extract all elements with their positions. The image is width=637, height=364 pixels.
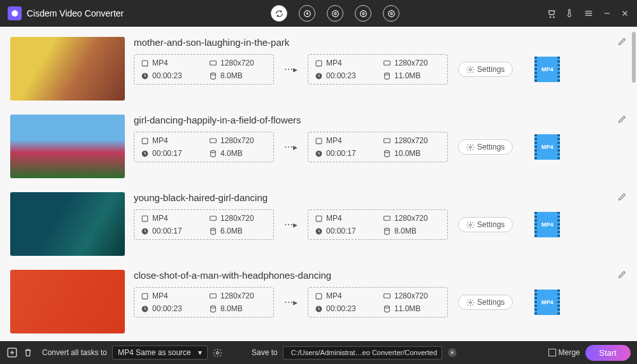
app-logo: ⬢ — [8, 6, 22, 20]
svg-rect-47 — [316, 293, 322, 299]
window-controls — [547, 8, 629, 18]
edit-pencil-icon[interactable] — [617, 192, 627, 204]
svg-point-23 — [385, 73, 390, 74]
arrow-icon: ⋯▸ — [284, 220, 297, 230]
svg-point-6 — [390, 12, 392, 14]
add-task-button[interactable] — [6, 347, 18, 358]
source-info-box: MP4 1280x720 00:00:17 6.0MB — [134, 209, 274, 240]
merge-checkbox[interactable]: Merge — [548, 348, 580, 357]
svg-rect-16 — [142, 60, 148, 66]
task-row: young-black-haired-girl-dancing MP4 1280… — [6, 187, 633, 265]
svg-point-53 — [217, 351, 219, 354]
svg-rect-21 — [384, 60, 390, 65]
svg-rect-34 — [142, 216, 148, 221]
svg-point-41 — [385, 228, 390, 230]
save-to-label: Save to — [252, 348, 278, 357]
svg-point-24 — [469, 68, 471, 70]
edit-mode-icon[interactable] — [383, 5, 399, 22]
arrow-icon: ⋯▸ — [284, 297, 297, 307]
svg-rect-30 — [384, 138, 390, 143]
output-format-select[interactable]: MP4 Same as source▾ — [112, 346, 208, 360]
source-info-box: MP4 1280x720 00:00:17 4.0MB — [134, 132, 274, 162]
source-info-box: MP4 1280x720 00:00:23 8.0MB — [134, 287, 274, 318]
target-info-box: MP4 1280x720 00:00:17 8.0MB — [308, 209, 448, 240]
svg-rect-25 — [142, 138, 148, 144]
svg-point-5 — [388, 10, 394, 17]
menu-icon[interactable] — [583, 8, 594, 18]
task-title: young-black-haired-girl-dancing — [134, 192, 629, 203]
svg-point-33 — [469, 146, 471, 148]
svg-rect-29 — [316, 138, 322, 144]
convert-mode-icon[interactable] — [271, 5, 287, 22]
app-title: Cisdem Video Converter — [27, 8, 124, 18]
svg-rect-20 — [316, 60, 322, 66]
svg-rect-44 — [210, 293, 217, 298]
svg-point-32 — [385, 150, 390, 152]
task-row: girl-dancing-happily-in-a-field-of-flowe… — [6, 109, 633, 187]
video-thumbnail[interactable] — [10, 270, 125, 333]
bottom-bar: Convert all tasks to MP4 Same as source▾… — [0, 341, 637, 364]
svg-rect-17 — [210, 60, 217, 65]
convert-all-label: Convert all tasks to — [42, 348, 107, 357]
output-format-badge[interactable]: MP4 — [534, 134, 560, 160]
svg-rect-26 — [210, 138, 217, 143]
svg-point-4 — [362, 12, 364, 14]
svg-point-46 — [211, 305, 216, 307]
start-button[interactable]: Start — [585, 345, 631, 361]
target-info-box: MP4 1280x720 00:00:17 10.0MB — [308, 132, 448, 162]
svg-point-42 — [469, 223, 471, 225]
svg-rect-39 — [384, 216, 390, 220]
close-button[interactable] — [620, 9, 629, 18]
task-row: close-shot-of-a-man-with-headphones-danc… — [6, 265, 633, 341]
svg-point-19 — [211, 73, 216, 74]
video-thumbnail[interactable] — [10, 115, 125, 178]
output-format-badge[interactable]: MP4 — [534, 212, 560, 237]
cart-icon[interactable] — [547, 8, 557, 18]
settings-button[interactable]: Settings — [458, 295, 513, 310]
target-info-box: MP4 1280x720 00:00:23 11.0MB — [308, 54, 448, 85]
svg-rect-48 — [384, 293, 390, 298]
target-info-box: MP4 1280x720 00:00:23 11.0MB — [308, 287, 448, 318]
video-thumbnail[interactable] — [10, 37, 125, 101]
top-toolbar — [124, 5, 547, 22]
arrow-icon: ⋯▸ — [284, 142, 297, 152]
svg-rect-38 — [316, 216, 322, 221]
task-title: mother-and-son-laughing-in-the-park — [134, 37, 629, 48]
svg-point-2 — [334, 12, 336, 14]
svg-rect-35 — [210, 216, 217, 220]
svg-point-28 — [211, 150, 216, 152]
open-folder-button[interactable] — [447, 347, 457, 358]
settings-button[interactable]: Settings — [458, 139, 513, 155]
svg-point-3 — [360, 10, 366, 17]
delete-task-button[interactable] — [23, 347, 33, 358]
format-gear-icon[interactable] — [213, 348, 222, 358]
output-format-badge[interactable]: MP4 — [534, 290, 560, 315]
svg-point-1 — [332, 10, 338, 17]
settings-button[interactable]: Settings — [458, 217, 513, 232]
task-row: mother-and-son-laughing-in-the-park MP4 … — [6, 32, 633, 109]
output-format-badge[interactable]: MP4 — [534, 57, 560, 82]
edit-pencil-icon[interactable] — [617, 115, 627, 127]
task-title: close-shot-of-a-man-with-headphones-danc… — [134, 270, 629, 281]
rip-mode-icon[interactable] — [327, 5, 343, 22]
save-path-field[interactable]: C:/Users/Administrat…eo Converter/Conver… — [283, 346, 442, 360]
task-title: girl-dancing-happily-in-a-field-of-flowe… — [134, 115, 629, 125]
svg-point-37 — [211, 228, 216, 230]
source-info-box: MP4 1280x720 00:00:23 8.0MB — [134, 54, 274, 85]
download-mode-icon[interactable] — [299, 5, 315, 22]
minimize-button[interactable] — [603, 9, 612, 18]
svg-point-50 — [385, 305, 390, 307]
video-thumbnail[interactable] — [10, 192, 125, 256]
arrow-icon: ⋯▸ — [284, 64, 297, 74]
edit-pencil-icon[interactable] — [617, 270, 627, 282]
task-list: ⋯▸ Settings MP4 mother-and-son-laughing-… — [0, 27, 637, 341]
settings-button[interactable]: Settings — [458, 62, 513, 77]
burn-mode-icon[interactable] — [355, 5, 371, 22]
svg-point-51 — [469, 301, 471, 303]
thermometer-icon[interactable] — [566, 8, 575, 18]
edit-pencil-icon[interactable] — [617, 37, 627, 49]
svg-rect-43 — [142, 293, 148, 299]
title-bar: ⬢ Cisdem Video Converter — [0, 0, 637, 27]
